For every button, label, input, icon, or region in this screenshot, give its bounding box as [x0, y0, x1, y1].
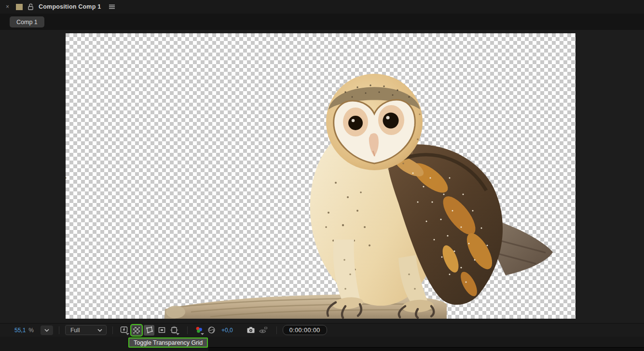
panel-title[interactable]: Composition Comp 1 [39, 3, 101, 10]
caret-down-icon [126, 333, 129, 335]
resolution-dropdown[interactable]: Full [65, 325, 107, 335]
show-snapshot-icon [259, 326, 268, 334]
caret-down-icon [201, 333, 204, 335]
viewer-toolbar: 55,1 % Full [0, 323, 644, 337]
region-of-interest-button[interactable] [156, 325, 167, 336]
composition-viewer [0, 30, 644, 323]
composition-canvas[interactable] [66, 33, 575, 319]
divider [59, 326, 59, 334]
bottom-strip: Toggle Transparency Grid [0, 337, 644, 351]
tooltip: Toggle Transparency Grid [128, 338, 208, 348]
unlock-icon[interactable] [27, 3, 34, 11]
timecode-field[interactable]: 0:00:00:00 [283, 325, 327, 335]
chevron-down-icon [44, 329, 49, 332]
reset-exposure-icon [207, 326, 216, 334]
magnification-unit: % [28, 327, 34, 334]
show-snapshot-button[interactable] [258, 325, 269, 336]
grid-and-guides-button[interactable] [169, 325, 179, 336]
caret-down-icon [176, 333, 179, 335]
reset-exposure-button[interactable] [206, 325, 217, 336]
lower-panel-edge [208, 347, 644, 351]
toggle-transparency-grid-button[interactable] [131, 325, 142, 336]
panel-menu-icon[interactable] [109, 4, 115, 10]
transparency-grid-icon [133, 326, 140, 334]
toggle-mask-visibility-button[interactable] [144, 325, 154, 336]
divider [187, 326, 188, 334]
magnification-dropdown[interactable] [41, 325, 53, 335]
take-snapshot-button[interactable] [246, 325, 256, 336]
owl-image [66, 33, 575, 319]
viewer-tab-row: Comp 1 [0, 14, 644, 30]
comp-tab[interactable]: Comp 1 [10, 16, 44, 27]
close-icon[interactable]: × [6, 3, 13, 10]
panel-tab-bar: × Composition Comp 1 [0, 0, 644, 14]
snapshot-camera-icon [247, 326, 255, 334]
fast-previews-button[interactable] [119, 325, 129, 336]
magnification-value[interactable]: 55,1 [14, 327, 26, 334]
divider [112, 326, 113, 334]
chevron-down-icon [97, 329, 102, 332]
channel-settings-button[interactable] [193, 325, 204, 336]
region-of-interest-icon [158, 326, 166, 334]
exposure-value[interactable]: +0,0 [221, 327, 233, 334]
mask-visibility-icon [145, 326, 153, 334]
panel-group-color-swatch [16, 4, 23, 10]
divider [276, 326, 277, 334]
after-effects-composition-panel: × Composition Comp 1 Comp 1 [0, 0, 644, 351]
resolution-value: Full [70, 327, 97, 334]
